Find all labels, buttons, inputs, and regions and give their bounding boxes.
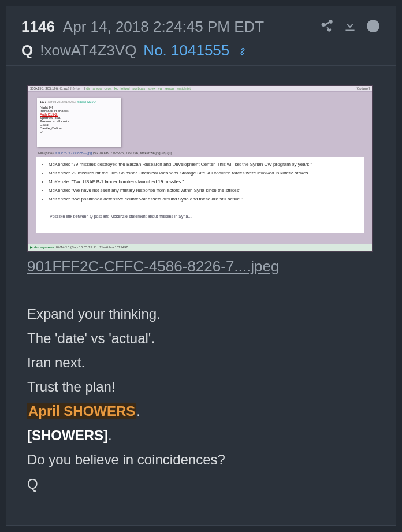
highlight-orange: April SHOWERS xyxy=(27,403,136,419)
post-header: 1146 Apr 14, 2018 2:24:45 PM EDT Q !xowA… xyxy=(6,6,396,66)
embed-inner-post: 1077 Apr 08 2018 01:09:53 !xowAT4Z3VQ Ni… xyxy=(37,98,121,147)
msg-line: The 'date' vs 'actual'. xyxy=(27,326,375,351)
embed-bullets: McKenzie: "79 missiles destroyed the Bar… xyxy=(36,157,364,233)
msg-line: Do you believe in coincidences? xyxy=(27,448,375,472)
embed-footer: ▶ Anonymous Anonymous 04/14/18 (Sat) 10:… xyxy=(28,244,372,251)
share-icon[interactable] xyxy=(319,18,334,36)
download-icon[interactable] xyxy=(343,18,358,36)
embed-file-link: File (hide): a20c757a77ef8c8⋯.jpg (53.78… xyxy=(38,151,172,155)
post-number: 1146 xyxy=(21,18,55,36)
q-letter: Q xyxy=(21,42,33,59)
post-date: Apr 14, 2018 2:24:45 PM EDT xyxy=(63,18,264,36)
post-no-link[interactable]: No. 1041555 xyxy=(143,42,229,59)
image-filename-link[interactable]: 901FFF2C-CFFC-4586-8226-7....jpeg xyxy=(27,258,279,276)
embed-topbar: 305x196, 305:196, Q.jpg) (h) (u) | | dir… xyxy=(28,86,372,92)
embed-summary: Possible link between Q post and Mckenzi… xyxy=(50,214,192,218)
embed-breadcrumb: dir arepa cyoa kc leftpol soyboys strek … xyxy=(86,87,192,90)
post-card: 1146 Apr 14, 2018 2:24:45 PM EDT Q !xowA… xyxy=(6,6,396,526)
msg-line: [SHOWERS]. xyxy=(27,423,375,448)
tripcode: !xowAT4Z3VQ xyxy=(40,42,136,59)
link-icon[interactable] xyxy=(236,42,249,59)
msg-line: Expand your thinking. xyxy=(27,302,375,326)
embedded-image[interactable]: 305x196, 305:196, Q.jpg) (h) (u) | | dir… xyxy=(27,85,373,252)
post-body: 305x196, 305:196, Q.jpg) (h) (u) | | dir… xyxy=(6,66,396,502)
msg-line: Q xyxy=(27,472,375,496)
msg-line: April SHOWERS. xyxy=(27,399,375,423)
embed-options: [Options] xyxy=(356,87,370,91)
message-body: Expand your thinking. The 'date' vs 'act… xyxy=(27,302,375,496)
msg-line: Iran next. xyxy=(27,351,375,375)
arrow-right-circle-icon[interactable] xyxy=(366,18,381,36)
msg-line: Trust the plan! xyxy=(27,375,375,399)
